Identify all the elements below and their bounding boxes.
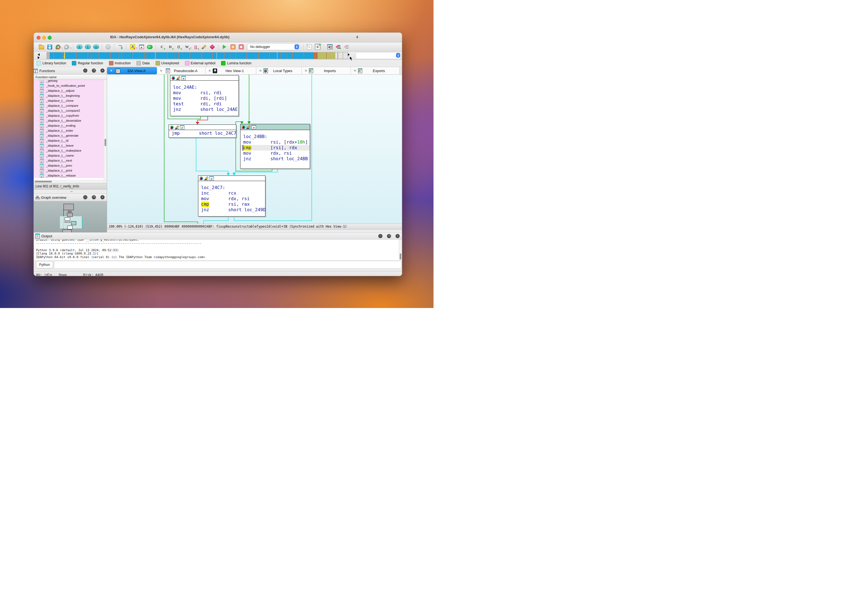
overview-dock-button[interactable]: □ [83,195,87,199]
edit-pencil-icon[interactable] [201,44,208,50]
output-close-button[interactable]: × [395,234,400,238]
tab-pseudocode-a[interactable]: ✕Pseudocode-A [157,67,206,74]
python-command-input[interactable] [54,261,401,269]
block-header[interactable]: ⇄ [198,176,265,181]
tab-exports[interactable]: ✕Exports [351,67,400,74]
save-icon[interactable] [46,44,53,50]
overview-float-button[interactable]: ❒ [92,195,96,199]
graph-overview-minimap[interactable] [34,201,107,232]
instruction-line[interactable]: jnz short loc_24BB [241,156,310,162]
jump-name-icon[interactable]: T [84,44,91,50]
function-list-item[interactable]: f_idaplace_t__next [34,158,104,163]
group-nodes-icon[interactable]: ⇄ [252,125,256,129]
function-list-item[interactable]: f_idaplace_t__compare2 [34,108,104,113]
edit-pencil-icon[interactable] [176,76,180,80]
jump-xref-disabled-icon[interactable]: → [105,44,112,50]
function-list-vscrollbar[interactable] [104,80,107,180]
instruction-line[interactable]: mov rdi, [rdi] [170,96,239,101]
basic-block[interactable]: ⇄ loc_24C7: inc rcx mov rdx, rsi cmp rsi… [198,176,266,217]
continue-process-icon[interactable]: C [315,44,321,50]
function-list-item[interactable]: f_hook_to_notification_point [34,83,104,88]
instruction-line[interactable]: inc rcx [198,190,265,196]
color-wheel-icon[interactable] [242,125,245,129]
function-list-item[interactable]: f_idaplace_t__deserialize [34,118,104,123]
lumina-icon[interactable] [146,44,153,50]
step-into-disabled-icon[interactable]: C [306,44,313,50]
debugger-select[interactable]: No debugger [247,44,300,50]
group-nodes-icon[interactable]: ⇄ [180,125,184,129]
function-list-item[interactable]: f_idaplace_t__clone [34,98,104,103]
function-list-item[interactable]: f_getseg [34,80,104,83]
function-list-item[interactable]: f_idaplace_t__ending [34,123,104,128]
function-list[interactable]: f_getsegf_hook_to_notification_pointf_id… [34,80,107,180]
close-window-button[interactable] [36,36,41,40]
add-struct-icon[interactable]: {}+ [175,44,182,50]
color-wheel-icon[interactable] [170,126,174,129]
graph-canvas[interactable]: ⇄ loc_24AE: mov rsi, rdi mov rdi, [rdi] … [107,75,402,223]
function-list-item[interactable]: f_idaplace_t__generate [34,133,104,138]
breakpoint-add-icon[interactable]: + [335,44,342,50]
edit-pencil-icon[interactable] [247,125,250,129]
block-header[interactable]: ⇄ [170,75,239,81]
output-vscrollbar[interactable] [399,239,402,260]
instruction-line[interactable]: cmp rsi, rax [198,201,265,207]
jump-binary-icon[interactable]: 010 [93,44,99,50]
output-console[interactable]: 27B2E0: using guessed type __int64 g_Rec… [34,239,402,260]
functions-close-button[interactable]: × [101,69,105,72]
navband-search-combo[interactable] [356,52,401,59]
instruction-line[interactable]: mov rsi, rdi [170,90,239,96]
jump-operand-icon[interactable] [117,44,124,50]
color-wheel-icon[interactable] [172,76,175,80]
tab-close-icon[interactable]: ✕ [160,69,162,72]
navigation-band[interactable] [47,52,348,59]
tab-close-icon[interactable]: ✕ [259,69,262,72]
edit-pencil-icon[interactable] [175,126,179,129]
zoom-window-button[interactable] [48,36,52,40]
tab-close-icon[interactable]: ✕ [110,69,113,72]
minimize-window-button[interactable] [42,36,46,40]
navband-right-arrow[interactable] [348,53,350,56]
function-list-item[interactable]: f_idaplace_t__name [34,153,104,158]
add-code-icon[interactable]: C+ [159,44,165,50]
panel-splitter[interactable] [34,190,107,193]
navband-left-arrow[interactable] [38,53,40,56]
tab-ida-view-a[interactable]: ✕IDA View-A [107,67,157,74]
tab-close-icon[interactable]: ✕ [208,69,211,72]
add-data-icon[interactable]: D+ [167,44,174,50]
patch-diamond-icon[interactable] [209,44,216,50]
navigate-forward-icon[interactable]: ▶ [63,44,70,50]
function-list-item[interactable]: f_idaplace_t__beginning [34,93,104,98]
basic-block[interactable]: ⇄ loc_24AE: mov rsi, rdi mov rdi, [rdi] … [170,75,239,116]
basic-block[interactable]: ⇄ jmp short loc_24C7 [168,124,236,138]
debugger-start-icon[interactable] [221,44,228,50]
function-list-item[interactable]: f_idaplace_t__id [34,138,104,143]
navband-left-arrow2[interactable] [38,56,40,59]
debugger-pause-icon[interactable] [230,44,236,50]
function-list-item[interactable]: f_idaplace_t__makeplace [34,148,104,153]
function-list-item[interactable]: f_idaplace_t__copyfrom [34,113,104,118]
add-array-icon[interactable]: []+ [192,44,199,50]
instruction-line[interactable]: test rdi, rdi [170,101,239,107]
breakpoint-list-icon[interactable] [327,44,334,50]
python-interpreter-chip[interactable]: Python [36,261,53,268]
group-nodes-icon[interactable]: ⇄ [209,176,214,181]
instruction-line[interactable]: mov rsi, [rdx+10h] [241,140,310,145]
add-word-icon[interactable]: W+ [184,44,190,50]
tab-imports[interactable]: ✕Imports [302,67,351,74]
instruction-line[interactable]: mov rdx, rsi [241,151,310,156]
instruction-line[interactable]: jnz short loc_249D [198,207,265,213]
function-list-item[interactable]: f_idaplace_t__compare [34,103,104,108]
function-list-item[interactable]: f_idaplace_t__rebase [34,173,104,178]
overview-close-button[interactable]: × [101,195,105,199]
function-list-item[interactable]: f_idaplace_t__leave [34,143,104,148]
function-list-hscrollbar[interactable] [34,180,107,183]
debugger-stop-icon[interactable] [238,44,245,50]
instruction-line[interactable]: jmp short loc_24C7 [169,130,236,136]
edit-pencil-icon[interactable] [205,177,208,180]
functions-dock-button[interactable]: □ [83,69,87,72]
color-wheel-icon[interactable] [200,177,203,180]
navigate-back-icon[interactable]: ◀ [55,44,61,50]
tab-hex-view-1[interactable]: ✕Hex View-1 [206,67,256,74]
basic-block[interactable]: ⇄ loc_24BB: mov rsi, [rdx+10h] cmp [rsi]… [240,124,310,169]
functions-float-button[interactable]: ❒ [92,69,96,72]
